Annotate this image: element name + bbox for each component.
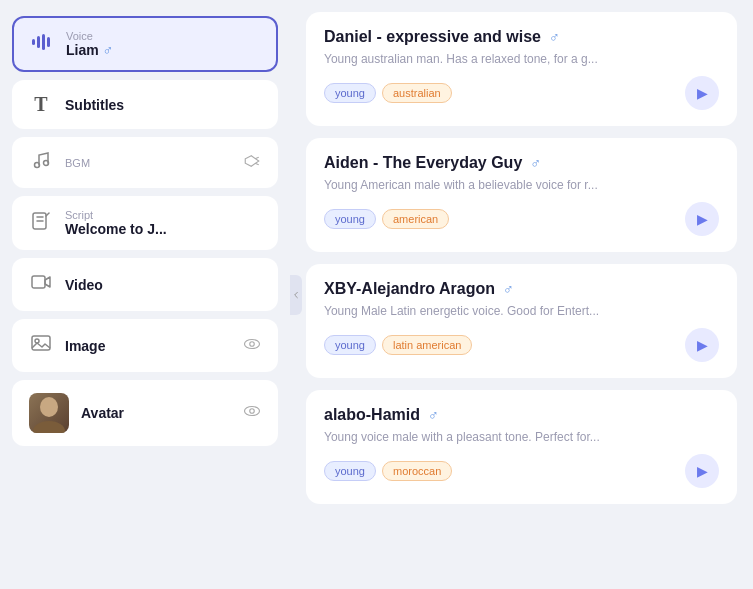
bgm-label: BGM [65, 157, 90, 169]
voice-card-daniel-header: Daniel - expressive and wise ♂ [324, 28, 719, 46]
svg-rect-0 [32, 39, 35, 45]
voice-card-daniel-footer: young australian ▶ [324, 76, 719, 110]
voice-item-content: Voice Liam ♂ [66, 30, 113, 58]
aiden-tag-american: american [382, 209, 449, 229]
script-value: Welcome to J... [65, 221, 167, 237]
sidebar-item-bgm[interactable]: BGM [12, 137, 278, 188]
svg-point-20 [250, 409, 255, 414]
svg-marker-6 [245, 155, 259, 166]
svg-point-4 [35, 163, 40, 168]
subtitles-item-content: Subtitles [65, 97, 124, 113]
svg-line-7 [255, 157, 259, 159]
voice-card-hamid-name: alabo-Hamid [324, 406, 420, 424]
hamid-tag-moroccan: moroccan [382, 461, 452, 481]
image-icon [29, 332, 53, 359]
gender-icon: ♂ [103, 42, 114, 58]
aiden-tag-young: young [324, 209, 376, 229]
sidebar-item-image[interactable]: Image [12, 319, 278, 372]
voice-card-alejandro-footer: young latin american ▶ [324, 328, 719, 362]
image-eye-icon[interactable] [243, 335, 261, 357]
alejandro-tag-latin: latin american [382, 335, 472, 355]
svg-point-15 [245, 339, 260, 348]
voice-card-daniel-name: Daniel - expressive and wise [324, 28, 541, 46]
svg-point-18 [33, 421, 65, 433]
voice-card-alejandro-desc: Young Male Latin energetic voice. Good f… [324, 304, 719, 318]
daniel-play-button[interactable]: ▶ [685, 76, 719, 110]
voice-card-daniel[interactable]: Daniel - expressive and wise ♂ Young aus… [306, 12, 737, 126]
subtitles-value: Subtitles [65, 97, 124, 113]
avatar-value: Avatar [81, 405, 124, 421]
svg-rect-13 [32, 336, 50, 350]
bgm-action-icon[interactable] [243, 152, 261, 174]
sidebar-item-avatar[interactable]: Avatar [12, 380, 278, 446]
voice-card-hamid-desc: Young voice male with a pleasant tone. P… [324, 430, 719, 444]
svg-point-19 [245, 407, 260, 416]
svg-line-8 [255, 163, 259, 165]
daniel-tag-australian: australian [382, 83, 452, 103]
music-icon [29, 150, 53, 175]
image-value: Image [65, 338, 105, 354]
script-icon [29, 210, 53, 237]
image-item-content: Image [65, 338, 105, 354]
alejandro-play-button[interactable]: ▶ [685, 328, 719, 362]
voice-list: Daniel - expressive and wise ♂ Young aus… [290, 0, 753, 589]
alejandro-tags: young latin american [324, 335, 472, 355]
svg-rect-1 [37, 36, 40, 48]
bgm-item-content: BGM [65, 157, 90, 169]
voice-card-daniel-desc: Young australian man. Has a relaxed tone… [324, 52, 719, 66]
daniel-tag-young: young [324, 83, 376, 103]
sidebar: Voice Liam ♂ T Subtitles BGM [0, 0, 290, 589]
alejandro-tag-young: young [324, 335, 376, 355]
svg-point-5 [44, 161, 49, 166]
waveform-icon [30, 31, 54, 58]
aiden-tags: young american [324, 209, 449, 229]
voice-card-hamid[interactable]: alabo-Hamid ♂ Young voice male with a pl… [306, 390, 737, 504]
video-icon [29, 271, 53, 298]
sidebar-item-voice[interactable]: Voice Liam ♂ [12, 16, 278, 72]
voice-card-aiden-name: Aiden - The Everyday Guy [324, 154, 522, 172]
voice-card-aiden[interactable]: Aiden - The Everyday Guy ♂ Young America… [306, 138, 737, 252]
hamid-tags: young moroccan [324, 461, 452, 481]
svg-rect-2 [42, 34, 45, 50]
svg-point-17 [40, 397, 58, 417]
svg-rect-12 [32, 276, 45, 288]
alejandro-gender-icon: ♂ [503, 281, 514, 297]
voice-value: Liam ♂ [66, 42, 113, 58]
sidebar-item-subtitles[interactable]: T Subtitles [12, 80, 278, 129]
text-icon: T [29, 93, 53, 116]
sidebar-item-script[interactable]: Script Welcome to J... [12, 196, 278, 250]
aiden-gender-icon: ♂ [530, 155, 541, 171]
svg-point-16 [250, 341, 255, 346]
hamid-play-button[interactable]: ▶ [685, 454, 719, 488]
voice-card-aiden-desc: Young American male with a believable vo… [324, 178, 719, 192]
avatar-eye-icon[interactable] [243, 402, 261, 424]
script-label: Script [65, 209, 167, 221]
voice-card-hamid-footer: young moroccan ▶ [324, 454, 719, 488]
video-value: Video [65, 277, 103, 293]
voice-card-alejandro-header: XBY-Alejandro Aragon ♂ [324, 280, 719, 298]
video-item-content: Video [65, 277, 103, 293]
svg-rect-3 [47, 37, 50, 47]
avatar-item-content: Avatar [81, 405, 124, 421]
avatar-thumbnail [29, 393, 69, 433]
hamid-gender-icon: ♂ [428, 407, 439, 423]
voice-card-alejandro-name: XBY-Alejandro Aragon [324, 280, 495, 298]
daniel-gender-icon: ♂ [549, 29, 560, 45]
voice-card-aiden-header: Aiden - The Everyday Guy ♂ [324, 154, 719, 172]
aiden-play-button[interactable]: ▶ [685, 202, 719, 236]
script-item-content: Script Welcome to J... [65, 209, 167, 237]
daniel-tags: young australian [324, 83, 452, 103]
hamid-tag-young: young [324, 461, 376, 481]
voice-label: Voice [66, 30, 113, 42]
voice-card-hamid-header: alabo-Hamid ♂ [324, 406, 719, 424]
sidebar-collapse-tab[interactable] [290, 275, 302, 315]
voice-card-alejandro[interactable]: XBY-Alejandro Aragon ♂ Young Male Latin … [306, 264, 737, 378]
sidebar-item-video[interactable]: Video [12, 258, 278, 311]
voice-card-aiden-footer: young american ▶ [324, 202, 719, 236]
